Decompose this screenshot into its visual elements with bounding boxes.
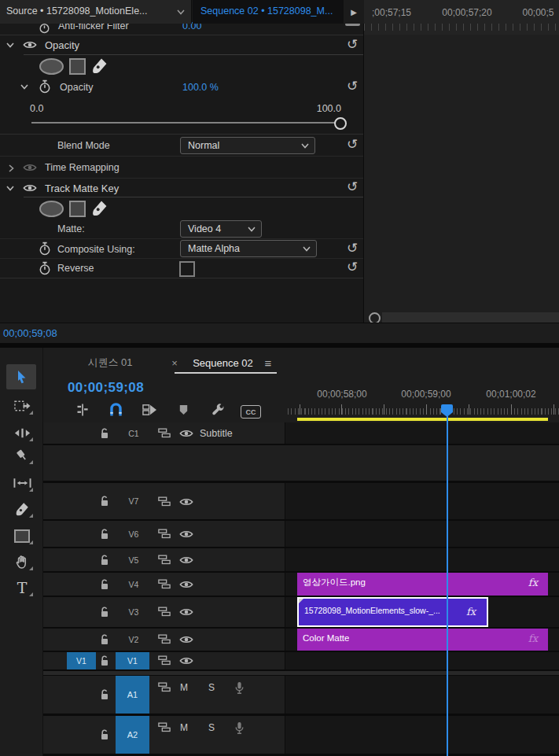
tab-source-monitor[interactable]: Source • 15728098_MotionEle... [0, 0, 192, 24]
type-tool[interactable]: T [9, 577, 35, 598]
lock-icon[interactable] [100, 555, 109, 566]
effects-timeline-area[interactable] [364, 0, 559, 323]
matte-dropdown[interactable]: Video 4 [180, 220, 262, 238]
timeline-timecode[interactable]: 00;00;59;08 [68, 380, 144, 396]
lock-icon[interactable] [100, 634, 109, 645]
composite-using-dropdown[interactable]: Matte Alpha [180, 240, 317, 257]
track-target-a2[interactable]: A2 [116, 716, 149, 754]
lock-icon[interactable] [100, 428, 109, 439]
track-label-c1[interactable]: C1 [118, 422, 149, 444]
sync-lock-icon[interactable] [158, 579, 171, 589]
track-target-v1[interactable]: V1 [116, 652, 149, 669]
clip-v2[interactable]: Color Matte fx [297, 629, 548, 651]
track-output-eye-icon[interactable] [179, 635, 193, 644]
track-label-v3[interactable]: V3 [118, 597, 149, 627]
hand-tool[interactable] [9, 551, 35, 572]
reset-icon[interactable]: ↺ [344, 138, 360, 152]
track-output-eye-icon[interactable] [179, 429, 193, 438]
mute-button-a1[interactable]: M [177, 680, 191, 695]
panel-overflow-button[interactable]: ▶ [344, 0, 364, 24]
source-patch-v1[interactable]: V1 [67, 652, 96, 669]
track-output-eye-icon[interactable] [179, 529, 193, 539]
slip-tool[interactable] [9, 473, 35, 493]
sync-lock-icon[interactable] [158, 722, 171, 732]
nest-sequences-button[interactable] [76, 404, 89, 416]
pen-mask-button[interactable] [90, 57, 108, 75]
video-audio-separator[interactable] [43, 671, 559, 675]
playhead-timecode[interactable]: 00;00;59;08 [3, 327, 57, 339]
clip-v3-selected[interactable]: 15728098_MotionElements_slow-_... fx [297, 597, 488, 627]
pen-tool[interactable] [9, 499, 35, 519]
chevron-down-icon[interactable] [177, 9, 185, 15]
ellipse-mask-button[interactable] [39, 201, 64, 217]
solo-button-a2[interactable]: S [204, 721, 219, 735]
timeline-settings-wrench-button[interactable] [211, 404, 225, 417]
sync-lock-icon[interactable] [158, 529, 171, 539]
reset-icon[interactable]: ↺ [344, 242, 360, 256]
track-output-eye-icon[interactable] [179, 580, 193, 589]
effect-visibility-eye-icon[interactable] [23, 40, 37, 50]
panel-menu-button[interactable]: ≡ [261, 352, 275, 373]
track-content-a1[interactable] [285, 676, 559, 714]
tab-sequence-01[interactable]: 시퀀스 01 [71, 352, 149, 373]
timeline-ruler[interactable]: 00;00;58;00 00;00;59;00 00;01;00;02 [285, 379, 559, 419]
track-label-v2[interactable]: V2 [118, 629, 149, 651]
sync-lock-icon[interactable] [158, 655, 171, 666]
lock-icon[interactable] [100, 729, 109, 740]
track-label-v5[interactable]: V5 [118, 548, 149, 571]
fx-badge[interactable]: fx [528, 577, 538, 588]
mute-button-a2[interactable]: M [177, 721, 191, 735]
selection-tool-button[interactable] [6, 364, 36, 389]
track-output-eye-icon[interactable] [179, 656, 193, 666]
track-content-c1[interactable] [285, 422, 559, 444]
track-output-eye-icon[interactable] [179, 607, 193, 617]
reset-icon[interactable]: ↺ [344, 38, 360, 52]
lock-icon[interactable] [100, 607, 109, 618]
track-label-v7[interactable]: V7 [118, 483, 149, 519]
sync-lock-icon[interactable] [158, 682, 171, 692]
track-content-a2[interactable] [285, 716, 559, 754]
sync-lock-icon[interactable] [158, 634, 171, 644]
track-label-v6[interactable]: V6 [118, 521, 149, 547]
captions-button[interactable]: CC [241, 405, 261, 419]
stopwatch-icon[interactable] [39, 261, 50, 275]
opacity-value[interactable]: 100.0 % [182, 76, 219, 98]
stopwatch-icon[interactable] [39, 242, 50, 256]
linked-selection-button[interactable] [142, 404, 157, 416]
ripple-edit-tool[interactable] [9, 422, 35, 443]
sync-lock-icon[interactable] [158, 428, 171, 438]
add-marker-button[interactable] [179, 404, 188, 415]
effect-visibility-eye-icon[interactable] [23, 163, 37, 172]
lock-icon[interactable] [100, 579, 109, 590]
ellipse-mask-button[interactable] [39, 58, 64, 75]
tab-sequence-02[interactable]: Sequence 02 [186, 352, 260, 373]
track-select-forward-tool[interactable] [9, 396, 35, 416]
zoom-scrollbar-track[interactable] [382, 312, 559, 323]
voiceover-mic-icon[interactable] [234, 721, 245, 735]
fx-badge[interactable]: fx [466, 606, 476, 618]
lock-icon[interactable] [100, 689, 109, 700]
stopwatch-icon[interactable] [39, 79, 50, 94]
chevron-down-icon[interactable] [6, 186, 14, 191]
chevron-right-icon[interactable] [9, 164, 14, 172]
track-content-v7[interactable] [285, 483, 559, 519]
track-content-v6[interactable] [285, 521, 559, 547]
lock-icon[interactable] [100, 496, 109, 507]
razor-tool[interactable] [9, 445, 35, 466]
rect-mask-button[interactable] [69, 58, 86, 75]
effect-visibility-eye-icon[interactable] [23, 183, 37, 193]
track-label-v4[interactable]: V4 [118, 573, 149, 596]
blend-mode-dropdown[interactable]: Normal [180, 137, 315, 154]
reset-icon[interactable]: ↺ [344, 79, 360, 94]
opacity-slider-track[interactable] [31, 122, 341, 124]
playhead-line[interactable] [447, 404, 448, 756]
track-output-eye-icon[interactable] [179, 555, 193, 565]
snap-magnet-button[interactable] [109, 403, 123, 416]
track-content-v1[interactable] [285, 652, 559, 669]
chevron-down-icon[interactable] [20, 84, 28, 90]
sync-lock-icon[interactable] [158, 496, 171, 507]
reset-icon[interactable]: ↺ [344, 180, 360, 194]
rectangle-tool[interactable] [9, 526, 35, 546]
lock-icon[interactable] [100, 655, 109, 666]
fx-badge[interactable]: fx [528, 632, 538, 644]
